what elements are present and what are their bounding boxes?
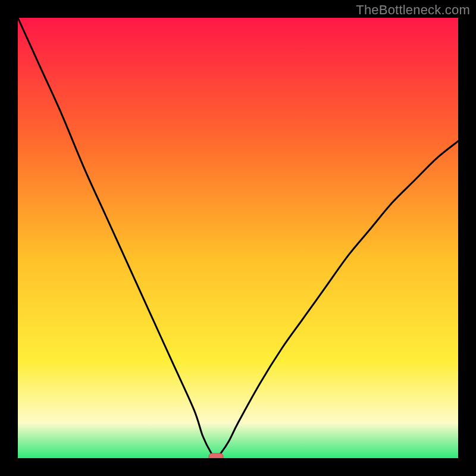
minimum-marker bbox=[209, 453, 223, 458]
gradient-background bbox=[18, 18, 458, 458]
watermark-text: TheBottleneck.com bbox=[356, 2, 470, 18]
plot-area bbox=[18, 18, 458, 458]
chart-frame: TheBottleneck.com bbox=[0, 0, 476, 476]
chart-svg bbox=[18, 18, 458, 458]
